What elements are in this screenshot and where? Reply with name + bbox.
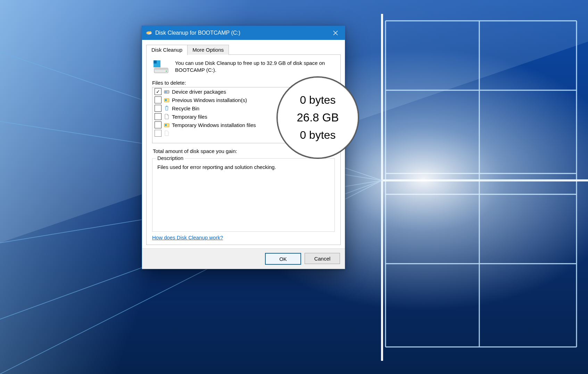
- description-legend: Description: [156, 155, 185, 161]
- cancel-button[interactable]: Cancel: [305, 253, 340, 264]
- magnifier-overlay: 0 bytes 26.8 GB 0 bytes: [276, 76, 359, 159]
- magnifier-value: 0 bytes: [278, 127, 358, 144]
- checkbox[interactable]: [155, 113, 162, 120]
- help-link[interactable]: How does Disk Cleanup work?: [152, 235, 223, 240]
- tab-more-options[interactable]: More Options: [187, 45, 229, 55]
- checkbox[interactable]: [155, 105, 162, 112]
- windows-folder-icon: [164, 122, 170, 128]
- ok-button[interactable]: OK: [265, 253, 301, 265]
- tab-strip: Disk Cleanup More Options: [146, 44, 341, 55]
- svg-rect-31: [165, 124, 167, 126]
- dialog-button-bar: OK Cancel: [142, 248, 345, 269]
- list-item-label: Temporary Windows installation files: [172, 122, 256, 128]
- checkbox[interactable]: [155, 121, 162, 128]
- svg-rect-29: [165, 99, 167, 101]
- list-item-label: Device driver packages: [172, 89, 226, 95]
- summary-text: You can use Disk Cleanup to free up to 3…: [175, 60, 335, 74]
- titlebar[interactable]: Disk Cleanup for BOOTCAMP (C:): [142, 26, 345, 40]
- drive-icon: [152, 60, 170, 74]
- svg-rect-27: [165, 91, 167, 93]
- recycle-bin-icon: [164, 105, 170, 111]
- file-icon: [164, 130, 170, 136]
- total-label: Total amount of disk space you gain:: [153, 148, 237, 154]
- svg-rect-24: [154, 68, 168, 70]
- description-group: Description Files used for error reporti…: [152, 158, 335, 232]
- list-item-label: Recycle Bin: [172, 105, 199, 111]
- checkbox[interactable]: [155, 130, 162, 137]
- driver-icon: [164, 88, 170, 95]
- checkbox[interactable]: [155, 88, 162, 95]
- close-button[interactable]: [326, 26, 345, 40]
- svg-point-25: [166, 70, 167, 71]
- window-title: Disk Cleanup for BOOTCAMP (C:): [155, 30, 326, 36]
- file-icon: [164, 113, 170, 120]
- description-text: Files used for error reporting and solut…: [157, 164, 330, 170]
- windows-folder-icon: [164, 97, 170, 103]
- disk-cleanup-icon: [146, 29, 152, 36]
- magnifier-value: 0 bytes: [278, 92, 358, 109]
- list-item-label: Previous Windows installation(s): [172, 97, 247, 103]
- checkbox[interactable]: [155, 96, 162, 103]
- tab-disk-cleanup[interactable]: Disk Cleanup: [146, 45, 188, 55]
- svg-rect-22: [154, 60, 157, 63]
- magnifier-value: 26.8 GB: [278, 109, 358, 126]
- list-item-label: Temporary files: [172, 114, 207, 120]
